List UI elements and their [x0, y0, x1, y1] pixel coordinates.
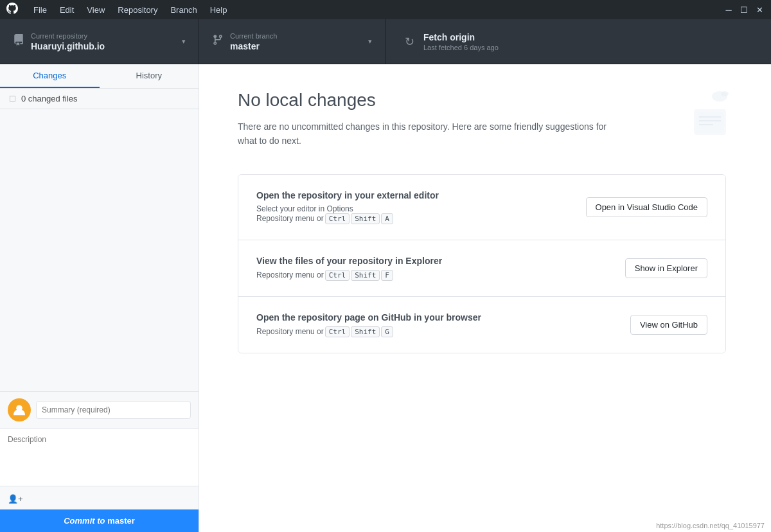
commit-button[interactable]: Commit to master	[0, 510, 199, 532]
shortcut-group-explorer: Repository menu or Ctrl Shift F	[256, 270, 393, 281]
sidebar: Changes History ☐ 0 changed files 👤+ Com…	[0, 64, 199, 532]
select-all-checkbox[interactable]: ☐	[9, 94, 16, 103]
no-changes-title: No local changes	[238, 90, 732, 111]
toolbar: Current repository Huaruyi.github.io ▾ C…	[0, 19, 771, 64]
tab-history[interactable]: History	[100, 64, 199, 88]
branch-label: Current branch	[230, 32, 362, 40]
avatar	[8, 398, 31, 421]
fetch-label: Fetch origin	[423, 32, 499, 42]
action-card-explorer-desc: Repository menu or Ctrl Shift F	[256, 270, 442, 281]
title-bar-left: File Edit View Repository Branch Help	[6, 3, 232, 17]
branch-chevron-icon: ▾	[368, 37, 372, 46]
ctrl-key-2: Ctrl	[325, 270, 350, 281]
menu-branch[interactable]: Branch	[165, 4, 202, 16]
sidebar-tabs: Changes History	[0, 64, 199, 89]
repository-name: Huaruyi.github.io	[31, 41, 175, 51]
svg-rect-4	[696, 112, 723, 132]
fetch-info: Fetch origin Last fetched 6 days ago	[423, 32, 499, 51]
menu-view[interactable]: View	[82, 4, 110, 16]
action-card-explorer: View the files of your repository in Exp…	[238, 240, 725, 297]
minimize-button[interactable]: ─	[723, 4, 734, 15]
title-bar: File Edit View Repository Branch Help ─ …	[0, 0, 771, 19]
current-repository-section[interactable]: Current repository Huaruyi.github.io ▾	[0, 19, 199, 64]
open-vscode-button[interactable]: Open in Visual Studio Code	[586, 197, 707, 217]
branch-name: master	[230, 41, 362, 51]
summary-input[interactable]	[36, 401, 191, 419]
g-key: G	[381, 326, 393, 337]
view-on-github-button[interactable]: View on GitHub	[630, 315, 707, 335]
svg-point-2	[721, 91, 729, 96]
action-card-editor-left: Open the repository in your external edi…	[256, 190, 439, 224]
no-changes-description: There are no uncommitted changes in this…	[238, 120, 623, 148]
options-link[interactable]: Options	[326, 204, 353, 213]
maximize-button[interactable]: ☐	[739, 4, 749, 15]
main-layout: Changes History ☐ 0 changed files 👤+ Com…	[0, 64, 771, 532]
shift-key-2: Shift	[351, 270, 380, 281]
repository-label: Current repository	[31, 32, 175, 40]
github-logo-icon	[6, 3, 18, 17]
branch-info: Current branch master	[230, 32, 362, 51]
shortcut-group: Repository menu or Ctrl Shift A	[256, 213, 393, 224]
action-card-editor-title: Open the repository in your external edi…	[256, 190, 439, 200]
ctrl-key-3: Ctrl	[325, 326, 350, 337]
fetch-origin-section[interactable]: ↻ Fetch origin Last fetched 6 days ago	[386, 19, 771, 64]
show-in-explorer-button[interactable]: Show in Explorer	[625, 258, 707, 278]
coauthors-row[interactable]: 👤+	[0, 489, 199, 510]
description-input[interactable]	[0, 429, 199, 486]
action-cards: Open the repository in your external edi…	[238, 174, 726, 353]
close-button[interactable]: ✕	[754, 4, 765, 15]
menu-repository[interactable]: Repository	[112, 4, 163, 16]
fetch-sublabel: Last fetched 6 days ago	[423, 44, 499, 51]
a-key: A	[381, 213, 393, 224]
menu-bar: File Edit View Repository Branch Help	[28, 4, 232, 16]
menu-file[interactable]: File	[28, 4, 52, 16]
fetch-icon: ↻	[405, 35, 414, 49]
current-branch-section[interactable]: Current branch master ▾	[199, 19, 386, 64]
repository-icon	[13, 34, 24, 49]
illustration	[681, 84, 732, 144]
menu-help[interactable]: Help	[205, 4, 233, 16]
tab-changes[interactable]: Changes	[0, 64, 100, 88]
shortcut-group-github: Repository menu or Ctrl Shift G	[256, 326, 393, 337]
menu-edit[interactable]: Edit	[55, 4, 79, 16]
main-content: No local changes There are no uncommitte…	[199, 64, 771, 532]
action-card-editor: Open the repository in your external edi…	[238, 175, 725, 240]
action-card-explorer-title: View the files of your repository in Exp…	[256, 256, 442, 266]
shift-key-3: Shift	[351, 326, 380, 337]
action-card-github-left: Open the repository page on GitHub in yo…	[256, 312, 481, 337]
action-card-github-desc: Repository menu or Ctrl Shift G	[256, 326, 481, 337]
ctrl-key: Ctrl	[325, 213, 350, 224]
action-card-github-title: Open the repository page on GitHub in yo…	[256, 312, 481, 323]
status-bar: https://blog.csdn.net/qq_41015977	[650, 519, 771, 532]
changed-files-row: ☐ 0 changed files	[0, 89, 199, 109]
commit-area: 👤+ Commit to master	[0, 391, 199, 532]
repository-info: Current repository Huaruyi.github.io	[31, 32, 175, 51]
f-key: F	[381, 270, 393, 281]
repository-chevron-icon: ▾	[182, 37, 186, 46]
shift-key: Shift	[351, 213, 380, 224]
coauthors-icon: 👤+	[8, 494, 23, 504]
branch-icon	[212, 34, 224, 49]
window-controls: ─ ☐ ✕	[723, 4, 765, 15]
action-card-explorer-left: View the files of your repository in Exp…	[256, 256, 442, 281]
summary-row	[0, 392, 199, 429]
action-card-github: Open the repository page on GitHub in yo…	[238, 297, 725, 353]
changed-files-count: 0 changed files	[21, 94, 77, 103]
action-card-editor-desc: Select your editor in Options Repository…	[256, 204, 439, 224]
